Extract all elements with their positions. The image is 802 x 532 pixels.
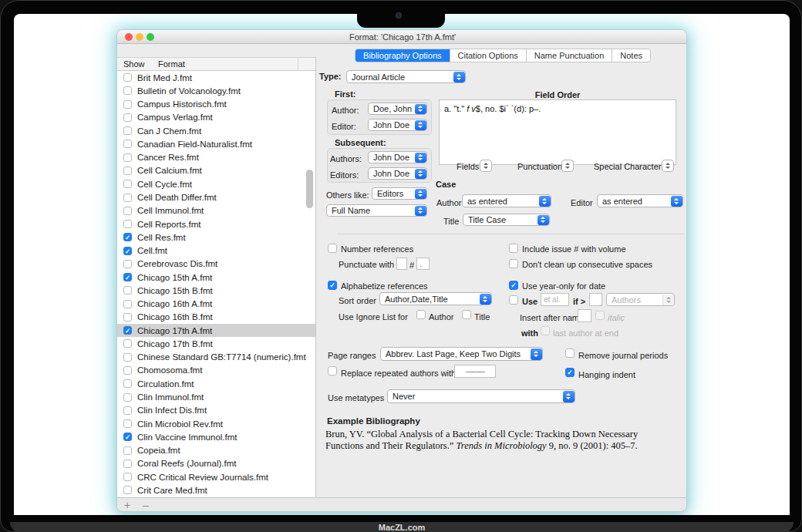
format-list-item[interactable]: CRC Critical Review Journals.fmt — [117, 470, 315, 483]
case-editor-popup[interactable]: as entered — [597, 194, 683, 207]
type-popup[interactable]: Journal Article — [346, 70, 466, 83]
format-list-item[interactable]: Chinese Standard GB:T7714 (numeric).fmt — [117, 351, 315, 364]
format-checkbox[interactable] — [123, 393, 132, 402]
page-ranges-popup[interactable]: Abbrev. Last Page, Keep Two Digits — [380, 347, 543, 361]
format-list-item[interactable]: Cell Death Differ.fmt — [117, 190, 315, 204]
format-checkbox[interactable] — [123, 486, 132, 494]
format-checkbox[interactable] — [123, 273, 132, 281]
format-list-item[interactable]: Cerebrovasc Dis.fmt — [117, 258, 315, 271]
tab-name-punctuation[interactable]: Name Punctuation — [527, 49, 613, 62]
replace-repeated-checkbox[interactable] — [328, 366, 337, 375]
punctuation-stepper[interactable] — [561, 160, 574, 172]
format-checkbox[interactable] — [123, 194, 132, 202]
tab-notes[interactable]: Notes — [612, 49, 650, 62]
others-like-popup[interactable]: Editors — [372, 187, 427, 200]
format-checkbox[interactable] — [123, 446, 132, 455]
format-checkbox[interactable] — [123, 233, 132, 241]
format-checkbox[interactable] — [123, 286, 132, 295]
alphabetize-checkbox[interactable] — [328, 281, 337, 290]
window-titlebar[interactable]: Format: 'Chicago 17th A.fmt' — [117, 30, 687, 44]
format-list-item[interactable]: Chicago 16th B.fmt — [117, 311, 315, 324]
format-checkbox[interactable] — [123, 379, 132, 388]
format-checkbox[interactable] — [123, 247, 132, 255]
format-list-item[interactable]: Cell.fmt — [117, 244, 315, 257]
format-checkbox[interactable] — [123, 113, 132, 122]
format-list-item[interactable]: Clin Microbiol Rev.fmt — [117, 417, 315, 430]
punctuate-field-2[interactable]: . — [416, 258, 430, 270]
format-list-item[interactable]: Bulletin of Volcanology.fmt — [117, 84, 315, 97]
format-checkbox[interactable] — [123, 153, 132, 162]
format-list-item[interactable]: Circulation.fmt — [117, 377, 315, 390]
format-list-item[interactable]: Chomosoma.fmt — [117, 364, 315, 377]
format-checkbox[interactable] — [123, 73, 132, 82]
fields-stepper[interactable] — [480, 160, 492, 172]
format-list-item[interactable]: Cell Cycle.fmt — [117, 177, 315, 190]
format-checkbox[interactable] — [123, 220, 132, 228]
format-list-item[interactable]: Cell Reports.fmt — [117, 217, 315, 231]
case-author-popup[interactable]: as entered — [462, 194, 551, 207]
format-list-item[interactable]: Clin Infect Dis.fmt — [117, 404, 315, 417]
dont-clean-checkbox[interactable] — [509, 259, 518, 268]
format-list-item[interactable]: Canadian Field-Naturalist.fmt — [117, 137, 315, 150]
format-list-item[interactable]: Copeia.fmt — [117, 443, 315, 456]
format-list-item[interactable]: Cell Immunol.fmt — [117, 204, 315, 217]
insert-after-field[interactable] — [578, 309, 591, 322]
remove-periods-checkbox[interactable] — [565, 348, 575, 358]
format-checkbox[interactable] — [123, 433, 132, 441]
subsequent-authors-popup[interactable]: John Doe — [368, 151, 427, 163]
include-issue-checkbox[interactable] — [509, 244, 518, 253]
tab-bibliography-options[interactable]: Bibliography Options — [356, 49, 450, 62]
hanging-indent-checkbox[interactable] — [565, 368, 575, 377]
format-list-item[interactable]: Clin Immunol.fmt — [117, 390, 315, 403]
format-list-item[interactable]: Can J Chem.fmt — [117, 124, 315, 137]
format-checkbox[interactable] — [123, 300, 132, 308]
zoom-button[interactable] — [147, 33, 154, 41]
format-list-item[interactable]: Cancer Res.fmt — [117, 151, 315, 164]
format-checkbox[interactable] — [123, 406, 132, 415]
subsequent-editors-popup[interactable]: John Doe — [368, 167, 427, 180]
use-metatypes-popup[interactable]: Never — [387, 389, 575, 403]
format-list-item[interactable]: Chicago 16th A.fmt — [117, 298, 315, 311]
format-checkbox[interactable] — [123, 326, 132, 335]
field-order-textarea[interactable]: a. "t." f v$, no. $i` `(d): p–. — [439, 99, 676, 165]
name-format-popup[interactable]: Full Name — [326, 204, 427, 217]
sidebar-scrollbar[interactable] — [306, 170, 313, 208]
format-list-item[interactable]: Chicago 17th B.fmt — [117, 337, 315, 350]
use-etal-checkbox[interactable] — [509, 295, 518, 305]
special-characters-stepper[interactable] — [662, 160, 674, 172]
format-list-item[interactable]: Chicago 15th A.fmt — [117, 271, 315, 284]
format-list-item[interactable]: Crit Care Med.fmt — [117, 483, 315, 497]
close-button[interactable] — [125, 33, 133, 41]
remove-format-button[interactable]: – — [143, 498, 149, 512]
first-author-popup[interactable]: Doe, John — [368, 103, 427, 115]
format-list-item[interactable]: Campus Verlag.fmt — [117, 111, 315, 124]
format-list-item[interactable]: Cell Res.fmt — [117, 231, 315, 244]
tab-citation-options[interactable]: Citation Options — [450, 49, 527, 62]
format-list-item[interactable]: Brit Med J.fmt — [117, 71, 315, 84]
format-list-item[interactable]: Clin Vaccine Immunol.fmt — [117, 430, 315, 443]
format-list-item[interactable]: Chicago 15th B.fmt — [117, 284, 315, 297]
first-editor-popup[interactable]: John Doe — [368, 119, 427, 131]
format-list-item[interactable]: Chicago 17th A.fmt — [117, 324, 315, 337]
etal-field[interactable]: et al. — [541, 293, 569, 306]
format-checkbox[interactable] — [123, 353, 132, 362]
year-only-checkbox[interactable] — [509, 281, 518, 290]
format-checkbox[interactable] — [123, 207, 132, 215]
format-checkbox[interactable] — [123, 313, 132, 322]
format-checkbox[interactable] — [123, 339, 132, 348]
add-format-button[interactable]: + — [124, 498, 130, 512]
format-checkbox[interactable] — [123, 366, 132, 375]
format-checkbox[interactable] — [123, 167, 132, 175]
if-greater-field[interactable] — [589, 293, 602, 306]
ignore-title-checkbox[interactable] — [462, 310, 471, 319]
replace-repeated-field[interactable]: ——— — [454, 365, 496, 378]
format-checkbox[interactable] — [123, 473, 132, 481]
minimize-button[interactable] — [136, 33, 143, 41]
format-checkbox[interactable] — [123, 100, 132, 109]
case-title-popup[interactable]: Title Case — [463, 214, 550, 226]
format-list-item[interactable]: Cell Calcium.fmt — [117, 164, 315, 177]
punctuate-field-1[interactable] — [396, 258, 407, 270]
format-checkbox[interactable] — [123, 86, 132, 95]
format-checkbox[interactable] — [123, 126, 132, 135]
number-references-checkbox[interactable] — [328, 244, 337, 253]
